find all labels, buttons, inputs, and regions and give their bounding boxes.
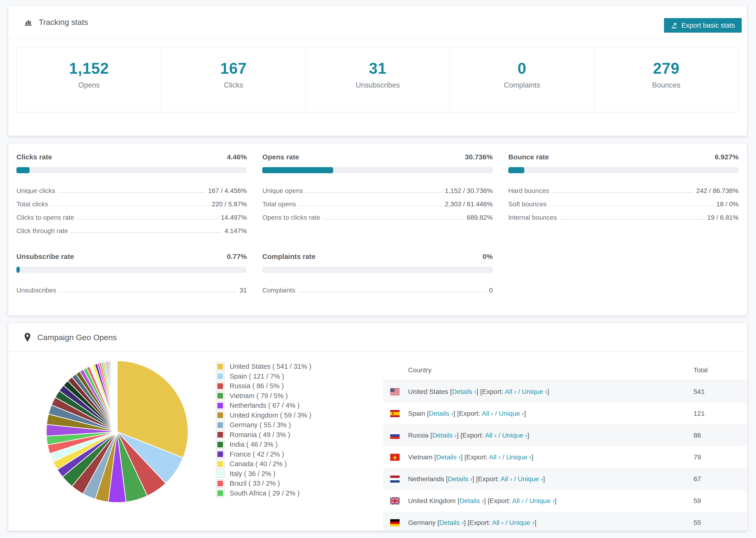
export-all-link[interactable]: All › — [485, 431, 497, 439]
geo-table-header-total: Total — [693, 366, 746, 374]
legend-label: Canada ( 40 / 2% ) — [230, 460, 287, 468]
rate-detail-value: 31 — [240, 287, 247, 294]
export-unique-link[interactable]: Unique › — [509, 519, 535, 526]
legend-item[interactable]: South Africa ( 29 / 2% ) — [216, 488, 311, 498]
export-unique-link[interactable]: Unique › — [506, 453, 531, 461]
export-all-link[interactable]: All › — [489, 453, 501, 461]
geo-row-country-cell: Russia [Details ›] [Export: All › / Uniq… — [408, 431, 693, 439]
stat-unsubscribes-label: Unsubscribes — [306, 81, 450, 89]
rate-detail-label: Total clicks — [17, 200, 48, 208]
legend-swatch — [216, 421, 225, 429]
export-all-link[interactable]: All › — [501, 475, 512, 483]
export-unique-link[interactable]: Unique › — [529, 497, 555, 505]
flag-nl-icon — [390, 476, 400, 483]
details-link[interactable]: Details › — [439, 519, 464, 526]
export-all-link[interactable]: All › — [505, 388, 516, 395]
details-link[interactable]: Details › — [452, 388, 477, 395]
legend-item[interactable]: Germany ( 55 / 3% ) — [216, 420, 311, 430]
rate-card-opens-rate: Opens rate 30.736% Unique opens 1,152 / … — [262, 151, 493, 235]
export-all-link[interactable]: All › — [482, 409, 493, 417]
rate-progress-bar — [508, 167, 739, 173]
legend-item[interactable]: Spain ( 121 / 7% ) — [216, 372, 311, 381]
rate-value: 30.736% — [465, 153, 493, 161]
rate-detail-label: Opens to clicks rate — [262, 214, 320, 221]
dotted-leader — [58, 192, 205, 193]
legend-item[interactable]: Russia ( 86 / 5% ) — [216, 381, 311, 391]
stat-clicks: 167 Clicks — [161, 47, 305, 112]
dotted-leader — [77, 219, 218, 219]
legend-item[interactable]: France ( 42 / 2% ) — [216, 450, 311, 459]
rates-card: Clicks rate 4.46% Unique clicks 167 / 4.… — [8, 143, 747, 316]
flag-vn-icon — [390, 454, 400, 461]
legend-item[interactable]: Netherlands ( 67 / 4% ) — [216, 401, 311, 410]
flag-ru-icon — [390, 432, 400, 439]
legend-swatch — [216, 479, 225, 488]
legend-item[interactable]: Canada ( 40 / 2% ) — [216, 459, 311, 469]
rate-card-unsubscribe-rate: Unsubscribe rate 0.77% Unsubscribes 31 — [17, 251, 247, 294]
export-basic-stats-button[interactable]: Export basic stats — [664, 18, 742, 32]
rate-detail-label: Total opens — [262, 200, 296, 208]
geo-row-country-cell: United States [Details ›] [Export: All ›… — [408, 388, 693, 396]
details-link[interactable]: Details › — [432, 431, 457, 439]
rate-detail-value: 18 / 0% — [716, 200, 739, 208]
export-unique-link[interactable]: Unique › — [522, 388, 547, 395]
legend-label: Germany ( 55 / 3% ) — [230, 421, 291, 429]
export-all-link[interactable]: All › — [512, 497, 524, 505]
geo-row-total-cell: 541 — [693, 388, 746, 396]
rate-detail-value: 0 — [489, 287, 493, 294]
rate-detail-label: Clicks to opens rate — [17, 214, 74, 221]
rate-detail-label: Unique clicks — [17, 187, 55, 194]
export-unique-link[interactable]: Unique › — [499, 409, 524, 417]
rate-detail-row: Complaints 0 — [262, 281, 493, 294]
legend-swatch — [216, 372, 225, 381]
pie-slice-other[interactable] — [117, 361, 117, 432]
dotted-leader — [299, 206, 442, 206]
dotted-leader — [306, 192, 442, 193]
legend-swatch — [216, 469, 225, 478]
details-link[interactable]: Details › — [448, 475, 473, 483]
tracking-stats-header: Tracking stats Export basic stats — [8, 6, 747, 39]
geo-table-row-nl: Netherlands [Details ›] [Export: All › /… — [383, 468, 746, 490]
rate-detail-row: Internal bounces 19 / 6.81% — [508, 208, 739, 221]
export-all-link[interactable]: All › — [492, 519, 504, 526]
rates-grid: Clicks rate 4.46% Unique clicks 167 / 4.… — [8, 143, 747, 302]
geo-row-total-cell: 67 — [693, 475, 746, 483]
geo-row-country-cell: Netherlands [Details ›] [Export: All › /… — [408, 475, 693, 483]
export-unique-link[interactable]: Unique › — [502, 431, 527, 439]
legend-swatch — [216, 440, 225, 449]
rate-detail-label: Unique opens — [262, 187, 303, 194]
dotted-leader — [298, 292, 486, 292]
legend-item[interactable]: United States ( 541 / 31% ) — [216, 362, 311, 372]
geo-row-country-cell: United Kingdom [Details ›] [Export: All … — [408, 497, 693, 505]
legend-item[interactable]: Romania ( 49 / 3% ) — [216, 430, 311, 440]
legend-item[interactable]: Italy ( 36 / 2% ) — [216, 469, 311, 479]
legend-label: Romania ( 49 / 3% ) — [230, 431, 290, 439]
rate-detail-value: 19 / 6.81% — [707, 214, 739, 221]
flag-es-icon — [390, 410, 400, 417]
legend-item[interactable]: United Kingdom ( 59 / 3% ) — [216, 410, 311, 420]
tracking-stats-title: Tracking stats — [24, 18, 88, 27]
legend-swatch — [216, 450, 225, 458]
legend-swatch — [216, 402, 225, 410]
details-link[interactable]: Details › — [429, 409, 454, 417]
geo-pie-chart — [43, 358, 191, 506]
geo-row-country-cell: Spain [Details ›] [Export: All › / Uniqu… — [408, 409, 693, 417]
rate-detail-value: 689.82% — [467, 214, 493, 221]
legend-label: Vietnam ( 79 / 5% ) — [230, 392, 288, 400]
rate-detail-row: Click through rate 4.147% — [17, 221, 247, 235]
geo-row-total-cell: 121 — [693, 409, 746, 417]
legend-swatch — [216, 392, 225, 400]
legend-item[interactable]: India ( 46 / 3% ) — [216, 440, 311, 450]
map-pin-icon — [24, 333, 31, 342]
details-link[interactable]: Details › — [436, 453, 461, 461]
dotted-leader — [560, 219, 704, 219]
rate-progress-bar — [262, 267, 493, 273]
stat-bounces-label: Bounces — [594, 81, 738, 89]
rate-value: 4.46% — [227, 153, 247, 161]
legend-item[interactable]: Brazil ( 33 / 2% ) — [216, 479, 311, 488]
export-unique-link[interactable]: Unique › — [518, 475, 543, 483]
rate-detail-value: 242 / 86.738% — [696, 187, 739, 194]
rate-detail-value: 4.147% — [225, 227, 247, 235]
legend-item[interactable]: Vietnam ( 79 / 5% ) — [216, 391, 311, 401]
details-link[interactable]: Details › — [459, 497, 484, 505]
